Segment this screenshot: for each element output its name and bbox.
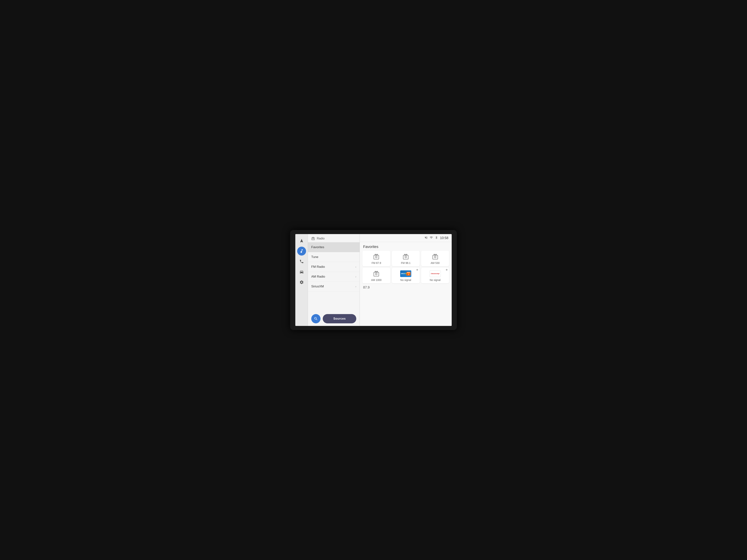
menu-item-siriusxm-label: SiriusXM [311,285,324,288]
classic-vinyl-logo: Classicvinyl [430,270,441,277]
status-icons: 10:58 [424,236,448,240]
chevron-right-icon: › [355,275,356,278]
search-icon [314,317,318,321]
favorite-card-fm981[interactable]: FM 98.1 [392,251,420,266]
chevron-right-icon: › [355,285,356,288]
sidebar-item-phone[interactable] [297,257,306,266]
left-panel: Radio Favorites Tune FM Radio › AM Radio… [308,234,360,326]
favorite-card-fm879[interactable]: FM 87.9 [362,251,390,266]
menu-item-tune[interactable]: Tune [308,252,360,262]
favorite-card-am1000[interactable]: AM 1000 [362,268,390,283]
favorites-section-title: Favorites [360,242,452,251]
menu-item-favorites-label: Favorites [311,245,324,249]
favorite-card-am1000-label: AM 1000 [371,278,382,282]
bottom-buttons: Sources [308,312,360,326]
radio-station-icon [403,254,409,260]
clock: 10:58 [440,236,448,240]
menu-item-am-radio-label: AM Radio [311,275,325,278]
menu-item-tune-label: Tune [311,255,318,259]
favorite-card-sirius-hits-label: No signal [401,278,411,282]
radio-header: Radio [308,234,360,242]
mute-icon [424,236,428,240]
menu-item-favorites[interactable]: Favorites [308,242,360,252]
screen: Radio Favorites Tune FM Radio › AM Radio… [295,234,452,326]
sidebar-item-music[interactable] [297,247,306,256]
radio-station-icon [373,254,380,260]
menu-item-am-radio[interactable]: AM Radio › [308,272,360,282]
status-bar: 10:58 [360,234,452,242]
screen-bezel: Radio Favorites Tune FM Radio › AM Radio… [290,230,457,330]
radio-station-icon [373,270,380,277]
signal-icon [430,236,433,240]
radio-icon [311,237,315,240]
search-button[interactable] [311,314,320,323]
favorite-card-classic-vinyl-label: No signal [430,278,440,282]
radio-station-icon [432,254,439,260]
favorite-card-classic-vinyl[interactable]: Classicvinyl No signal [421,268,449,283]
sources-button-label: Sources [333,317,346,320]
menu-item-fm-radio[interactable]: FM Radio › [308,262,360,272]
sirius-badge-2 [446,269,447,271]
bluetooth-icon [435,236,438,240]
sirius-hits-logo: SIRIUSXM Hits 1 [400,270,411,277]
favorites-grid: FM 87.9 FM 98.1 AM 530 [360,251,452,283]
radio-title: Radio [317,237,325,240]
right-panel: 10:58 Favorites FM 87.9 FM 98.1 [360,234,452,326]
chevron-right-icon: › [355,265,356,268]
sidebar-item-settings[interactable] [297,278,306,287]
menu-item-fm-radio-label: FM Radio [311,265,325,269]
favorite-card-sirius-hits[interactable]: SIRIUSXM Hits 1 No signal [392,268,420,283]
sidebar-item-vehicle[interactable] [297,267,306,276]
favorite-card-am530[interactable]: AM 530 [421,251,449,266]
favorite-card-fm879-label: FM 87.9 [372,262,381,264]
menu-item-siriusxm[interactable]: SiriusXM › [308,282,360,292]
menu-list: Favorites Tune FM Radio › AM Radio › Sir… [308,242,360,312]
sirius-badge [416,269,418,271]
sidebar-item-navigation[interactable] [297,236,306,245]
sidebar [295,234,308,326]
current-frequency: 87.9 [360,283,452,291]
sources-button[interactable]: Sources [323,314,356,323]
favorite-card-am530-label: AM 530 [431,262,440,264]
favorite-card-fm981-label: FM 98.1 [401,262,410,264]
